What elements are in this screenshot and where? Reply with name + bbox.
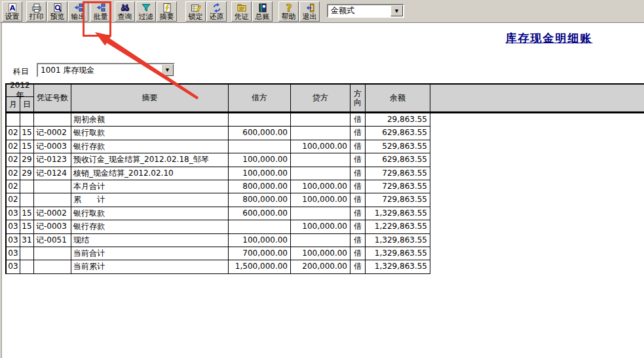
cell-day[interactable]: 31 <box>20 234 34 247</box>
table-row[interactable]: 0315记-0002银行取款600,000.00借1,329,863.55 <box>7 207 430 220</box>
cell-voucher[interactable] <box>34 247 71 260</box>
cell-balance[interactable]: 1,329,863.55 <box>366 247 430 260</box>
toolbar-button-print[interactable]: 打印 <box>26 1 47 22</box>
cell-voucher[interactable] <box>34 113 71 126</box>
cell-direction[interactable]: 借 <box>350 127 366 139</box>
cell-summary[interactable]: 核销_现金结算_2012.02.10 <box>71 167 229 180</box>
cell-debit[interactable]: 100,000.00 <box>229 167 291 180</box>
cell-voucher[interactable] <box>34 260 71 273</box>
cell-debit[interactable]: 100,000.00 <box>229 153 291 166</box>
cell-voucher[interactable] <box>34 180 71 193</box>
toolbar-button-preview[interactable]: 预览 <box>47 1 67 22</box>
table-row[interactable]: 0331记-0051现结100,000.00借1,329,863.55 <box>7 234 430 247</box>
cell-month[interactable]: 03 <box>7 260 20 273</box>
cell-balance[interactable]: 1,329,863.55 <box>366 234 430 247</box>
chevron-down-icon[interactable]: ▼ <box>390 5 403 16</box>
cell-summary[interactable]: 银行取款 <box>71 207 229 220</box>
cell-month[interactable]: 02 <box>7 153 20 166</box>
cell-debit[interactable]: 600,000.00 <box>229 127 291 139</box>
cell-summary[interactable]: 银行存款 <box>71 220 229 233</box>
cell-summary[interactable]: 银行存款 <box>71 140 229 153</box>
cell-month[interactable]: 02 <box>7 180 20 193</box>
table-row[interactable]: 0229记-0124核销_现金结算_2012.02.10100,000.00借7… <box>7 167 430 180</box>
cell-debit[interactable] <box>229 220 291 233</box>
table-row[interactable]: 03当前合计700,000.00100,000.00借1,329,863.55 <box>7 247 430 260</box>
toolbar-button-restore[interactable]: 还原 <box>206 1 227 22</box>
cell-voucher[interactable]: 记-0124 <box>34 167 71 180</box>
cell-credit[interactable] <box>291 167 350 180</box>
cell-direction[interactable]: 借 <box>350 207 366 220</box>
cell-summary[interactable]: 当前累计 <box>71 260 229 273</box>
cell-day[interactable]: 15 <box>20 207 34 220</box>
cell-balance[interactable]: 1,329,863.55 <box>366 207 430 220</box>
cell-summary[interactable]: 当前合计 <box>71 247 229 260</box>
cell-balance[interactable]: 529,863.55 <box>366 140 430 153</box>
table-row[interactable]: 期初余额借29,863.55 <box>7 113 430 127</box>
cell-day[interactable] <box>20 113 34 126</box>
table-row[interactable]: 02本月合计800,000.00100,000.00借729,863.55 <box>7 180 430 193</box>
cell-day[interactable] <box>20 260 34 273</box>
cell-voucher[interactable]: 记-0123 <box>34 153 71 166</box>
cell-balance[interactable]: 29,863.55 <box>366 113 430 126</box>
cell-day[interactable]: 29 <box>20 167 34 180</box>
cell-balance[interactable]: 1,329,863.55 <box>366 260 430 273</box>
cell-direction[interactable]: 借 <box>350 234 366 247</box>
cell-month[interactable]: 02 <box>7 127 20 139</box>
cell-credit[interactable] <box>291 207 350 220</box>
cell-voucher[interactable]: 记-0051 <box>34 234 71 247</box>
cell-debit[interactable]: 700,000.00 <box>229 247 291 260</box>
cell-month[interactable]: 02 <box>7 193 20 206</box>
table-row[interactable]: 0229记-0123预收订金_现金结算_2012.02.18_邹琴100,000… <box>7 153 430 167</box>
cell-month[interactable]: 03 <box>7 207 20 220</box>
cell-balance[interactable]: 629,863.55 <box>366 127 430 139</box>
cell-summary[interactable]: 累 计 <box>71 193 229 206</box>
cell-voucher[interactable]: 记-0002 <box>34 207 71 220</box>
toolbar-button-exit[interactable]: 退出 <box>299 1 320 22</box>
cell-direction[interactable]: 借 <box>350 260 366 273</box>
table-row[interactable]: 02累 计800,000.00100,000.00借729,863.55 <box>7 193 430 207</box>
cell-direction[interactable]: 借 <box>350 167 366 180</box>
table-row[interactable]: 0315记-0003银行存款100,000.00借1,229,863.55 <box>7 220 430 233</box>
cell-direction[interactable]: 借 <box>350 153 366 166</box>
cell-day[interactable]: 15 <box>20 127 34 139</box>
subject-select[interactable]: 1001 库存现金 ▼ <box>37 63 175 77</box>
cell-summary[interactable]: 期初余额 <box>71 113 229 126</box>
cell-debit[interactable] <box>229 113 291 126</box>
format-select[interactable]: 金额式 ▼ <box>327 4 404 18</box>
cell-debit[interactable]: 800,000.00 <box>229 193 291 206</box>
cell-balance[interactable]: 1,229,863.55 <box>366 220 430 233</box>
cell-credit[interactable]: 100,000.00 <box>291 180 350 193</box>
cell-direction[interactable]: 借 <box>350 247 366 260</box>
cell-balance[interactable]: 629,863.55 <box>366 153 430 166</box>
toolbar-button-lock[interactable]: 锁定 <box>185 1 206 22</box>
cell-day[interactable] <box>20 193 34 206</box>
cell-credit[interactable] <box>291 153 350 166</box>
toolbar-button-voucher[interactable]: 凭证 <box>231 1 252 22</box>
cell-voucher[interactable]: 记-0003 <box>34 220 71 233</box>
toolbar-button-search[interactable]: 查询 <box>115 1 135 22</box>
cell-day[interactable] <box>20 247 34 260</box>
table-row[interactable]: 0215记-0003银行存款100,000.00借529,863.55 <box>7 140 430 153</box>
cell-summary[interactable]: 预收订金_现金结算_2012.02.18_邹琴 <box>71 153 229 166</box>
toolbar-button-general-ledger[interactable]: 总账 <box>252 1 273 22</box>
toolbar-button-summary[interactable]: 摘要 <box>157 1 177 22</box>
cell-debit[interactable]: 600,000.00 <box>229 207 291 220</box>
chevron-down-icon[interactable]: ▼ <box>161 64 174 76</box>
cell-balance[interactable]: 729,863.55 <box>366 167 430 180</box>
cell-credit[interactable]: 100,000.00 <box>291 140 350 153</box>
cell-credit[interactable]: 100,000.00 <box>291 220 350 233</box>
cell-direction[interactable]: 借 <box>350 220 366 233</box>
cell-month[interactable]: 02 <box>7 167 20 180</box>
table-row[interactable]: 03当前累计1,500,000.00200,000.00借1,329,863.5… <box>7 260 430 273</box>
cell-day[interactable]: 15 <box>20 140 34 153</box>
cell-direction[interactable]: 借 <box>350 193 366 206</box>
cell-direction[interactable]: 借 <box>350 180 366 193</box>
cell-month[interactable] <box>7 113 20 126</box>
cell-credit[interactable]: 100,000.00 <box>291 247 350 260</box>
cell-balance[interactable]: 729,863.55 <box>366 180 430 193</box>
cell-direction[interactable]: 借 <box>350 140 366 153</box>
cell-debit[interactable]: 100,000.00 <box>229 234 291 247</box>
cell-summary[interactable]: 现结 <box>71 234 229 247</box>
cell-debit[interactable] <box>229 140 291 153</box>
cell-day[interactable]: 29 <box>20 153 34 166</box>
